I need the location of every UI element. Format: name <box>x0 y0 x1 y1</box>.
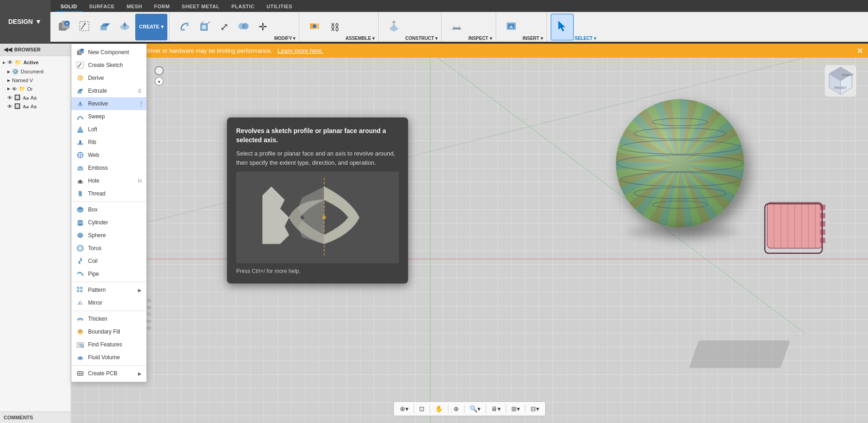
aa2-label: Aa <box>30 104 36 109</box>
pattern-menu-label: Pattern <box>88 287 106 293</box>
svg-marker-84 <box>77 127 83 132</box>
menu-coil[interactable]: Coil <box>72 255 146 267</box>
revolve-menu-icon <box>76 100 84 108</box>
menu-thread[interactable]: Thread <box>72 187 146 200</box>
menu-emboss[interactable]: Aa Emboss <box>72 161 146 174</box>
menu-box[interactable]: Box <box>72 203 146 216</box>
menu-sweep[interactable]: Sweep <box>72 110 146 123</box>
tab-surface[interactable]: SURFACE <box>83 2 120 12</box>
menu-derive[interactable]: D Derive <box>72 72 146 84</box>
browser-item-doc[interactable]: ▶ ⚙️ Document <box>0 67 71 76</box>
bottom-snap-btn[interactable]: ⊟▾ <box>528 404 542 414</box>
svg-point-41 <box>620 140 740 154</box>
divider-1 <box>72 201 146 202</box>
menu-web[interactable]: Web <box>72 149 146 161</box>
revolve-tb-btn[interactable] <box>115 14 134 40</box>
tab-solid[interactable]: SOLID <box>55 2 83 12</box>
svg-rect-112 <box>80 290 83 292</box>
menu-pattern[interactable]: Pattern ▶ <box>72 284 146 296</box>
menu-fluid-volume[interactable]: Fluid Volume <box>72 351 146 364</box>
box-aa1: 🔲 <box>14 95 21 100</box>
menu-find-features[interactable]: Find Features <box>72 338 146 351</box>
bottom-orbit-btn[interactable]: ⊕ <box>451 404 461 414</box>
bottom-move-btn[interactable]: ⊕▾ <box>398 404 411 414</box>
menu-thicken[interactable]: Thicken <box>72 312 146 325</box>
orbit-btn[interactable] <box>155 66 164 75</box>
sep3 <box>448 405 448 413</box>
new-component-tb-btn[interactable]: + <box>55 14 74 40</box>
browser-item-active[interactable]: ▶ 👁 📁 Active <box>0 58 71 67</box>
select-btn[interactable] <box>551 14 574 40</box>
revolve-more-btn[interactable]: ⋮ <box>138 100 144 107</box>
menu-new-component[interactable]: + New Component <box>72 46 146 59</box>
menu-create-sketch[interactable]: Create Sketch <box>72 59 146 72</box>
construct-plane-btn[interactable] <box>383 14 404 40</box>
menu-extrude[interactable]: Extrude E <box>72 84 146 97</box>
browser-expand-icon[interactable]: ◀◀ <box>4 46 12 53</box>
menu-sphere[interactable]: Sphere <box>72 229 146 242</box>
menu-loft[interactable]: Loft <box>72 123 146 136</box>
text-aa2: Aa <box>22 104 28 109</box>
tab-sheet-metal[interactable]: SHEET METAL <box>176 2 225 12</box>
design-button[interactable]: DESIGN ▼ <box>0 0 50 43</box>
insert-canvas-btn[interactable] <box>501 14 522 40</box>
tab-form[interactable]: FORM <box>149 2 175 12</box>
find-menu-icon <box>76 340 84 349</box>
menu-cylinder[interactable]: Cylinder <box>72 216 146 229</box>
create-sketch-tb-btn[interactable] <box>75 14 94 40</box>
sweep-menu-label: Sweep <box>88 113 105 120</box>
browser-item-named[interactable]: ▶ Named V <box>0 76 71 84</box>
derive-menu-icon: D <box>76 74 84 82</box>
tab-plastic[interactable]: PLASTIC <box>226 2 260 12</box>
inspect-measure-btn[interactable] <box>446 14 467 40</box>
menu-hole[interactable]: Hole H <box>72 174 146 187</box>
browser-item-aa2[interactable]: 👁 🔲 Aa Aa <box>0 102 71 111</box>
svg-marker-23 <box>389 24 398 32</box>
tab-mesh[interactable]: MESH <box>121 2 148 12</box>
svg-rect-83 <box>77 118 79 120</box>
extrude-tb-btn[interactable] <box>95 14 114 40</box>
modify-shell-btn[interactable] <box>195 14 215 40</box>
viewport-controls: ● <box>155 66 164 86</box>
bottom-zoom-btn[interactable]: 🔍▾ <box>467 404 483 414</box>
svg-rect-12 <box>181 29 185 31</box>
modify-move-btn[interactable]: ✛ <box>253 14 272 40</box>
create-dropdown-btn[interactable]: CREATE ▾ <box>135 14 167 40</box>
bottom-grid-btn[interactable]: ⊞▾ <box>509 404 522 414</box>
3d-sphere <box>616 99 744 228</box>
menu-pipe[interactable]: Pipe <box>72 267 146 280</box>
text-aa1: Aa <box>22 95 28 100</box>
tri-or: ▶ <box>7 87 10 91</box>
assemble-joint-btn[interactable] <box>304 14 325 40</box>
menu-torus[interactable]: Torus <box>72 242 146 255</box>
warning-close-btn[interactable]: ✕ <box>857 46 863 56</box>
sep6 <box>506 405 506 413</box>
warning-link[interactable]: Learn more here. <box>277 47 323 54</box>
modify-scale-btn[interactable]: ⤢ <box>215 14 234 40</box>
modify-fillet-btn[interactable] <box>174 14 195 40</box>
menu-create-pcb[interactable]: Create PCB ▶ <box>72 367 146 380</box>
coil-menu-icon <box>76 257 84 265</box>
browser-item-aa1[interactable]: 👁 🔲 Aa Aa <box>0 93 71 102</box>
torus-menu-icon <box>76 244 84 252</box>
pan-btn[interactable]: ● <box>155 77 164 86</box>
menu-mirror[interactable]: Mirror <box>72 296 146 309</box>
menu-revolve[interactable]: Revolve ⋮ <box>72 97 146 110</box>
find-features-menu-label: Find Features <box>88 341 122 348</box>
modify-combine-btn[interactable] <box>234 14 253 40</box>
browser-item-or[interactable]: ▶ 👁 📁 Or <box>0 84 71 93</box>
bottom-fit-btn[interactable]: ⊡ <box>417 404 427 414</box>
menu-boundary-fill[interactable]: Boundary Fill <box>72 325 146 338</box>
sketch-icon <box>78 20 90 34</box>
eye-aa2: 👁 <box>7 104 12 109</box>
3d-gear <box>763 195 831 255</box>
bottom-pan-btn[interactable]: ✋ <box>433 404 445 414</box>
loft-menu-label: Loft <box>88 126 97 133</box>
bottom-display-btn[interactable]: 🖥▾ <box>489 404 503 414</box>
tab-utilities[interactable]: UTILITIES <box>261 2 298 12</box>
create-dropdown-label: CREATE ▾ <box>139 24 163 30</box>
boundary-fill-menu-label: Boundary Fill <box>88 328 120 335</box>
assemble-rigid-btn[interactable]: ⛓ <box>325 14 344 40</box>
menu-rib[interactable]: Rib <box>72 136 146 149</box>
viewport[interactable]: ● <box>71 58 868 423</box>
